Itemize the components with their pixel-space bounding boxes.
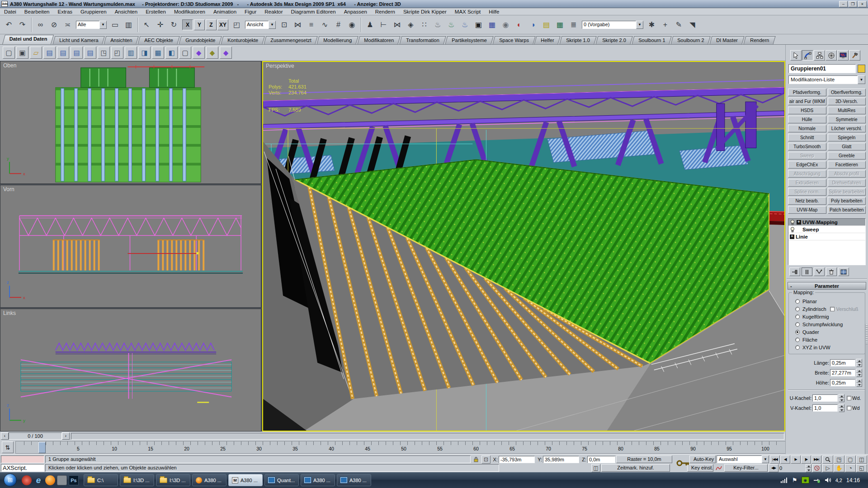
taskbar-button[interactable]: A380 ... [337,474,371,486]
playback-button[interactable]: |◀◀ [770,455,780,464]
mapping-radio-row[interactable]: Kugelförmig [790,313,864,320]
toolbar-button[interactable]: ∞ [34,18,47,32]
chevron-down-icon[interactable]: ▼ [636,21,643,29]
toolbar-button[interactable]: ◑ [526,18,539,32]
absolute-mode-icon[interactable]: ⊡ [481,455,491,464]
shelf-button[interactable]: ◆ [206,47,218,59]
tab-motion[interactable] [826,50,837,61]
shelf-button[interactable]: ▣ [16,47,28,59]
modifier-button[interactable]: Glatt [828,143,866,150]
minimize-button[interactable]: – [839,1,848,7]
menu-item[interactable]: Gruppieren [76,9,111,15]
shelf-tab[interactable]: Licht und Kamera [52,36,104,44]
set-key-button[interactable]: Key einst. [687,464,713,472]
spinner-control[interactable] [856,359,862,367]
taskbar-button[interactable]: A380 ... [301,474,335,486]
shelf-tab[interactable]: DI Master [710,36,745,44]
viewport-perspektive[interactable]: Perspektive Total Polys:421.631 Verts:23… [262,61,785,432]
quick-launch-icon[interactable]: Ps [69,475,79,485]
shelf-tab[interactable]: Space Warps [492,36,535,44]
maximize-button[interactable]: ❐ [849,1,857,7]
toolbar-button[interactable]: ◥ [686,18,699,32]
modifier-button[interactable]: Patch bearbeiten [828,206,866,214]
toolbar-button[interactable]: ✛ [154,18,167,32]
checkbox-icon[interactable] [830,307,835,311]
nvidia-tray-icon[interactable]: ◉ [802,477,809,483]
viewport-vorn[interactable]: x z Vorn [0,185,261,308]
toolbar-button[interactable]: ⋈ [391,18,404,32]
axis-constraint-button[interactable]: Z [206,19,217,30]
toolbar-button[interactable]: ◰ [230,18,243,32]
toolbar-button[interactable]: ↶ [2,18,15,32]
toolbar-button[interactable]: ◉ [499,18,512,32]
toolbar-button[interactable]: ◉ [345,18,359,32]
menu-item[interactable]: Erstellen [142,9,170,15]
toolbar-button[interactable]: ⊡ [278,18,291,32]
toolbar-button[interactable]: ✱ [645,18,658,32]
quick-launch-icon[interactable] [45,475,55,485]
key-step-button[interactable]: ◀▶ [769,464,778,472]
toolbar-button[interactable]: ⋈ [291,18,304,32]
shelf-button[interactable]: ◆ [193,47,205,59]
navigation-button[interactable]: ◳ [834,455,844,464]
shelf-button[interactable]: ▦ [152,47,164,59]
y-value-field[interactable]: 35,989m [543,456,579,463]
menu-item[interactable]: Reaktor [260,9,287,15]
modifier-button[interactable]: Facettieren [828,161,866,169]
radio-icon[interactable] [795,299,800,304]
chevron-down-icon[interactable]: ▼ [762,455,769,463]
modifier-button[interactable]: Symmetrie [828,116,866,123]
modifier-button[interactable]: Oberflverformg. [828,89,866,96]
add-time-tag[interactable]: Zeitmark. hinzuf. [601,464,670,472]
spinner-control[interactable] [839,394,844,402]
shelf-button[interactable]: ◰ [111,47,123,59]
close-button[interactable]: × [858,1,867,7]
modifier-button[interactable]: Poly bearbeiten [828,197,866,205]
navigation-button[interactable]: ▷ [822,464,833,472]
modifier-button[interactable]: Schnitt [788,134,826,141]
expand-icon[interactable]: + [790,235,794,239]
shelf-tab[interactable]: Modifikatoren [358,36,401,44]
toolbar-button[interactable]: ◐ [513,18,526,32]
object-name-field[interactable]: Gruppieren01 [788,64,856,73]
tab-display[interactable] [837,50,849,61]
taskbar-button[interactable]: A380 ... [192,474,226,486]
toolbar-button[interactable]: ↖ [140,18,153,32]
modifier-button[interactable]: Normale [788,125,826,132]
toolbar-button[interactable]: ≣ [567,18,580,32]
tab-create[interactable] [790,50,802,61]
value-input[interactable]: 1,0 [812,394,838,402]
open-mini-curve-editor-icon[interactable]: ⇅ [2,441,14,453]
key-mode-curve-icon[interactable] [714,464,723,472]
modifier-button[interactable]: Sweep [788,152,826,160]
modifier-button[interactable]: Hülle [788,116,826,123]
shelf-button[interactable]: ◆ [220,47,232,59]
chevron-down-icon[interactable]: ▼ [269,21,276,29]
set-keys-key-icon[interactable] [676,458,690,469]
rollout-header[interactable]: - Parameter [788,282,866,290]
value-input[interactable]: 0,25m [830,359,855,366]
spinner-control[interactable] [856,379,862,387]
selection-set-dropdown[interactable]: Auswahl ▼ [717,455,769,463]
radio-icon[interactable] [795,338,800,342]
layer-dropdown[interactable]: 0 (Vorgabe) ▼ [582,21,643,29]
modifier-button[interactable]: 3D-Versch. [828,98,866,105]
shelf-button[interactable]: ◨ [138,47,151,59]
modifier-button[interactable]: Pfadverformg. [788,89,826,96]
viewport-links[interactable]: y z Links [0,309,261,432]
modifier-button[interactable]: Spiegeln [828,134,866,141]
navigation-button[interactable]: ◫ [856,455,867,464]
mapping-radio-row[interactable]: Schrumpfwicklung [790,320,864,328]
next-frame-arrow[interactable]: › [62,432,70,440]
spinner-control[interactable] [856,369,862,377]
modifier-list-dropdown[interactable]: Modifikatoren-Liste ▼ [788,75,865,84]
usb-safely-remove-icon[interactable] [813,477,821,483]
zoom-icon[interactable] [822,455,833,464]
pin-stack-icon[interactable] [789,267,800,276]
shelf-tab[interactable]: Soulbourn 1 [632,36,671,44]
quick-launch-icon[interactable] [57,475,67,485]
toolbar-button[interactable]: ♨ [445,18,458,32]
modifier-stack-item[interactable]: + Sweep [788,226,865,233]
modifier-button[interactable]: Abschr.profil [828,170,866,178]
shelf-tab[interactable]: Transformation [400,36,446,44]
